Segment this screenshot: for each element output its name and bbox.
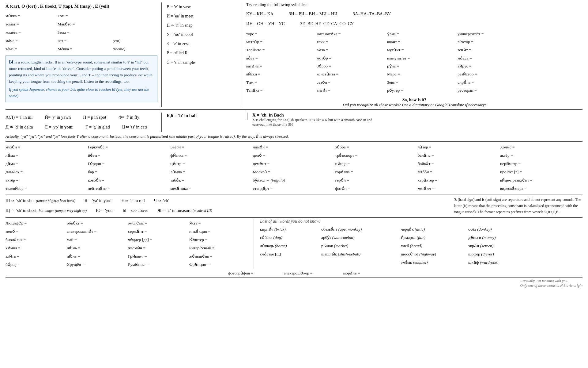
s2-vocab-grid: музе́й = ла́ма = да́ма = Дама́ск = актёр… [6,143,582,193]
y-infobox-text2: If you speak Japanese, chance is your ɔ … [9,86,154,99]
letter-zh: Ж ≃ 's' in measure (a voiced Ш) [157,206,212,216]
list-item: геро́й = [335,176,418,184]
list-item: иммунитéт = [387,54,458,62]
list-item: сире́на = [458,79,528,86]
list-item: ви́це-президе́нт = [500,176,582,184]
syllable-exercises: КУ – КИ – КА ЗИ – РИ – ВИ – МИ – НИ ЗА–Н… [246,9,582,29]
list-item: Холмс = [500,143,582,151]
list-item: У = 'oo' in cool [167,30,236,39]
list-item: электромагни́т = [67,227,128,236]
list-item: визи́т = [317,86,387,94]
theme-note: (theme) [113,45,149,53]
list-item: тéма = [6,45,58,53]
list-item: ию́нь = [67,244,128,252]
syl-in: ИН – ОН – УН – УС [246,19,285,29]
s2-b-panel: Б,б = 'b' in ball [162,113,247,120]
list-item: шашлы́к (shish-kebab) [321,250,401,258]
section3-vocab: Люцифе́р = мено́ = биоло́гия = хи́мия = … [6,218,582,278]
list-item: Фра́нция = [189,260,251,269]
list-item: Зо́рро = [317,62,387,70]
list-item: фотогра́фия = [228,270,253,276]
list-item: эли́та = [6,252,67,260]
cat-note: (cat) [113,36,149,45]
list-item: ла́ма = [6,151,88,159]
list-item: шофёр (driver) [468,250,533,258]
list-item: Гри́нвич = [128,252,189,260]
s3-phonetics-rows: Ш ≃ 'sh' in shut (tongue slightly bent b… [6,196,448,216]
list-item: Дама́ск = [6,168,88,176]
s2-vcol4: лимо́н = депо́ = цеме́нт = Москва́ = бу́… [253,143,335,193]
list-item: Тана́ка = [246,86,317,94]
list-item: мено́ = [6,227,67,236]
bottom-vocab-row: фотогра́фия = электрошо́кер = мора́ль = [6,270,582,276]
s3-hard-soft-note: Ъ (hard sign) and Ь (soft sign) are sepa… [454,196,582,215]
section3-letters: Ш ≃ 'sh' in shut (tongue slightly bent b… [6,194,582,218]
list-item: бойко́т = [418,159,500,168]
list-item: объе́кт = [67,219,128,227]
s2-phonetics: Λ(Л) = 'l' in nil Й= 'y' in yawn П = p i… [6,113,162,132]
list-item: я́хта = [189,219,251,227]
list-item: актёр = [6,176,88,184]
list-item: ро́утер = [387,86,458,94]
list-item: ию́ль = [67,252,128,260]
s2-right: X = 'ch' in Bach X is challenging for En… [247,113,582,127]
s2-vcol3: Бьёрн = фи́зика = це́нтр = ла́мпа = таба… [170,143,253,193]
letter-d: Д ≃ 'd' in delta [6,122,33,132]
list-item: зе́бра = [335,143,418,151]
list-item: З = 'z' in zest [167,39,236,48]
footer-section: ...actually, I'm messing with you. Only … [6,279,582,288]
list-item: Мéкка = [58,45,113,53]
footer-line1: ...actually, I'm messing with you. [520,279,582,283]
list-item: у́рна = [387,30,458,38]
y-infobox-text1: Ы is a sound English lacks. It is an 'ee… [9,58,154,85]
list-item: жасми́н = [128,244,189,252]
list-item: цеме́нт = [253,159,335,168]
reading-col1: торс = метео́р = Торо́нто = ва́за = ката… [246,30,317,95]
ya-note: Actually, "ya" "yu", "yo" and "ye" lose … [6,133,582,140]
list-item: университе́т = [458,30,528,38]
list-item: томáт = [6,20,58,28]
letter-ts: Ц≃ 'ts' in cats [122,122,148,132]
hard-sign: Ъ [454,197,457,202]
list-item: ви́рус = [458,62,528,70]
list-item: сезо́н = [317,79,387,86]
list-item: кот = [58,36,113,45]
list-item: таба́к = [170,176,253,184]
palatalized-text: palatalized [150,134,168,139]
section2-letters: Λ(Л) = 'l' in nil Й= 'y' in yawn П = p i… [6,111,582,142]
list-item: мáма = [6,36,58,45]
list-item: бар = [88,168,170,176]
list-item: хи́мия = [6,244,67,252]
buffalo-word: бу́йвол = [253,176,269,184]
list-item: же́ньше́нь = [189,252,251,260]
list-item: ковбо́й = [88,176,170,184]
letter-yru: Ы – see above [123,206,148,216]
list-item: депо́ = [253,151,335,159]
list-item: арбу́з (watermelon) [321,233,401,242]
list-item: че́ддер [дэ] = [128,236,189,244]
list-item: ва́за = [246,54,317,62]
list-item: электрошо́кер = [284,270,313,276]
list-item: ло́бби = [418,168,500,176]
list-item: актёр = [500,151,582,159]
list-item: хара́ктер = [418,176,500,184]
list-item: обезья́на (ape, monkey) [321,225,401,233]
list-item: И = 'ee' in meet [167,12,236,21]
x-description: X is challenging for English speakers. I… [252,118,375,127]
vocab-col2: Том = Мако́то = áтом = кот = Мéкка = [58,12,113,53]
list-item: ло́шадь (horse) [260,242,321,250]
list-item: Р = trilled R [167,48,236,58]
letter-e: Э ≃ 'e' in red [121,196,145,206]
reading-words-grid: торс = метео́р = Торо́нто = ва́за = ката… [246,30,582,95]
s3-vcol2: объе́кт = электромагни́т = май = ию́нь =… [67,219,128,269]
list-item: интере́сный = [189,244,251,252]
s2-vcol5: зе́бра = тра́нспорт = пи́цца = гори́лла … [335,143,418,193]
list-item: лейтена́нт = [88,184,170,193]
s2-vcol1: музе́й = ла́ма = да́ма = Дама́ск = актёр… [6,143,88,193]
list-item: ви́ски = [246,70,317,78]
list-item: Ю́питер = [189,236,251,244]
syl-za: ЗА–НА–ТА–ВА–ВУ [353,9,391,19]
s3-phonetics: Ш ≃ 'sh' in shut (tongue slightly bent b… [6,196,448,216]
list-item: ма́сса = [458,54,528,62]
list-item: Хрущёв = [67,260,128,269]
